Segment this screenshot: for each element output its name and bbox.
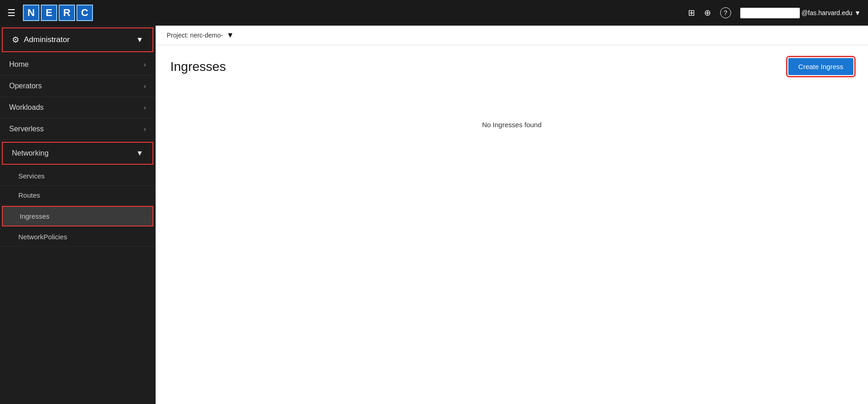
logo-letter-n: N bbox=[23, 5, 39, 21]
admin-chevron-down-icon: ▼ bbox=[136, 36, 143, 44]
sidebar-admin-header[interactable]: ⚙ Administrator ▼ bbox=[2, 27, 153, 52]
user-menu[interactable]: @fas.harvard.edu ▼ bbox=[740, 8, 861, 18]
sidebar-item-home[interactable]: Home › bbox=[0, 54, 155, 75]
project-bar: Project: nerc-demo- ▼ bbox=[156, 26, 868, 45]
sidebar-item-workloads[interactable]: Workloads › bbox=[0, 97, 155, 119]
workloads-chevron-right-icon: › bbox=[144, 104, 146, 111]
sidebar-item-networkpolicies[interactable]: NetworkPolicies bbox=[0, 227, 155, 247]
sidebar-item-serverless-label: Serverless bbox=[9, 125, 44, 133]
user-email-input[interactable] bbox=[740, 8, 800, 18]
home-chevron-right-icon: › bbox=[144, 61, 146, 68]
grid-icon[interactable]: ⊞ bbox=[688, 8, 695, 18]
serverless-chevron-right-icon: › bbox=[144, 125, 146, 133]
user-dropdown-arrow: ▼ bbox=[854, 9, 861, 16]
sidebar-item-home-label: Home bbox=[9, 60, 29, 69]
sidebar-item-ingresses[interactable]: Ingresses bbox=[2, 206, 153, 226]
logo-letter-c: C bbox=[76, 5, 93, 21]
content-area: Project: nerc-demo- ▼ Ingresses Create I… bbox=[156, 26, 868, 404]
help-icon[interactable]: ? bbox=[720, 7, 731, 18]
logo-letter-e: E bbox=[41, 5, 57, 21]
sidebar-item-networking[interactable]: Networking ▼ bbox=[2, 142, 153, 165]
navbar: ☰ N E R C ⊞ ⊕ ? @fas.harvard.edu ▼ bbox=[0, 0, 868, 26]
admin-label: Administrator bbox=[24, 35, 70, 44]
sidebar: ⚙ Administrator ▼ Home › Operators › Wor… bbox=[0, 26, 156, 404]
project-dropdown-arrow: ▼ bbox=[227, 31, 234, 39]
page-content: Ingresses Create Ingress No Ingresses fo… bbox=[156, 45, 868, 404]
sidebar-item-networkpolicies-label: NetworkPolicies bbox=[18, 233, 67, 241]
project-dropdown[interactable]: ▼ bbox=[227, 31, 234, 39]
project-label: Project: nerc-demo- bbox=[167, 32, 223, 39]
logo-letter-r: R bbox=[59, 5, 75, 21]
empty-message: No Ingresses found bbox=[170, 121, 853, 129]
app-logo: N E R C bbox=[23, 5, 93, 21]
sidebar-item-serverless[interactable]: Serverless › bbox=[0, 119, 155, 140]
operators-chevron-right-icon: › bbox=[144, 82, 146, 90]
gear-icon: ⚙ bbox=[12, 35, 19, 45]
sidebar-item-services-label: Services bbox=[18, 172, 45, 180]
user-email-suffix: @fas.harvard.edu bbox=[802, 9, 853, 16]
hamburger-menu[interactable]: ☰ bbox=[7, 7, 16, 18]
networking-chevron-down-icon: ▼ bbox=[136, 149, 143, 157]
sidebar-item-routes[interactable]: Routes bbox=[0, 186, 155, 205]
page-title: Ingresses bbox=[170, 59, 226, 74]
create-ingress-button[interactable]: Create Ingress bbox=[788, 58, 853, 75]
sidebar-item-operators[interactable]: Operators › bbox=[0, 75, 155, 97]
sidebar-item-services[interactable]: Services bbox=[0, 167, 155, 186]
page-header: Ingresses Create Ingress bbox=[170, 58, 853, 75]
sidebar-item-ingresses-label: Ingresses bbox=[20, 212, 49, 220]
main-layout: ⚙ Administrator ▼ Home › Operators › Wor… bbox=[0, 26, 868, 404]
navbar-right: ⊞ ⊕ ? @fas.harvard.edu ▼ bbox=[688, 7, 861, 18]
networking-label: Networking bbox=[12, 149, 49, 157]
sidebar-item-workloads-label: Workloads bbox=[9, 103, 43, 112]
admin-header-left: ⚙ Administrator bbox=[12, 35, 70, 45]
sidebar-item-routes-label: Routes bbox=[18, 191, 40, 199]
sidebar-item-operators-label: Operators bbox=[9, 82, 42, 90]
plus-icon[interactable]: ⊕ bbox=[704, 8, 711, 18]
